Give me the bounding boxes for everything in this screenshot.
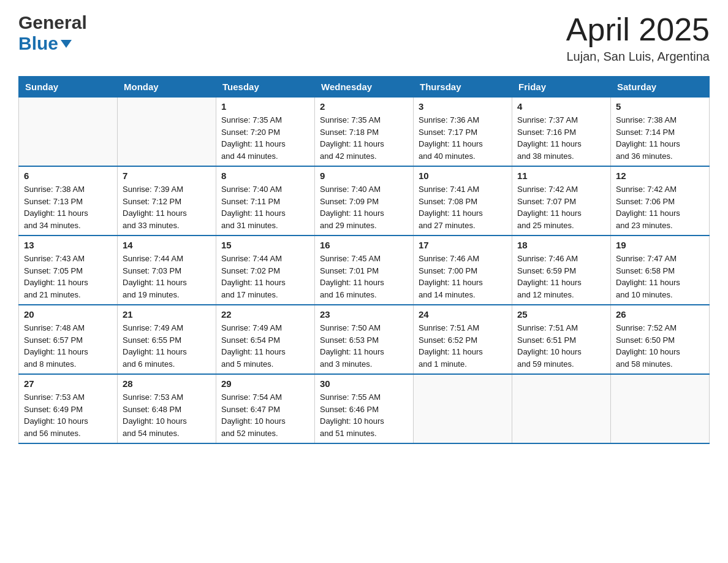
day-number: 10 [419,170,507,181]
calendar-cell [611,374,710,443]
day-info: Sunrise: 7:51 AM Sunset: 6:52 PM Dayligh… [419,322,507,370]
day-info: Sunrise: 7:55 AM Sunset: 6:46 PM Dayligh… [320,391,408,439]
day-number: 18 [517,240,605,250]
calendar-cell: 17Sunrise: 7:46 AM Sunset: 7:00 PM Dayli… [414,236,512,305]
day-number: 4 [517,101,605,112]
day-number: 7 [123,170,211,181]
day-number: 3 [419,101,507,112]
day-info: Sunrise: 7:50 AM Sunset: 6:53 PM Dayligh… [320,322,408,370]
calendar-cell: 14Sunrise: 7:44 AM Sunset: 7:03 PM Dayli… [118,236,216,305]
logo: General Blue [18,12,87,54]
day-info: Sunrise: 7:49 AM Sunset: 6:54 PM Dayligh… [221,322,309,370]
day-info: Sunrise: 7:37 AM Sunset: 7:16 PM Dayligh… [517,114,605,162]
calendar-cell: 28Sunrise: 7:53 AM Sunset: 6:48 PM Dayli… [118,374,216,443]
week-row-4: 20Sunrise: 7:48 AM Sunset: 6:57 PM Dayli… [19,305,710,374]
calendar-cell: 26Sunrise: 7:52 AM Sunset: 6:50 PM Dayli… [611,305,710,374]
calendar-cell: 23Sunrise: 7:50 AM Sunset: 6:53 PM Dayli… [315,305,414,374]
day-info: Sunrise: 7:39 AM Sunset: 7:12 PM Dayligh… [123,183,211,231]
day-number: 8 [221,170,309,181]
day-info: Sunrise: 7:44 AM Sunset: 7:02 PM Dayligh… [221,253,309,301]
calendar-cell: 24Sunrise: 7:51 AM Sunset: 6:52 PM Dayli… [414,305,512,374]
day-number: 30 [320,378,408,389]
day-number: 15 [221,240,309,250]
calendar-cell: 29Sunrise: 7:54 AM Sunset: 6:47 PM Dayli… [216,374,315,443]
calendar-cell: 22Sunrise: 7:49 AM Sunset: 6:54 PM Dayli… [216,305,315,374]
day-number: 22 [221,309,309,320]
day-info: Sunrise: 7:46 AM Sunset: 6:59 PM Dayligh… [517,253,605,301]
logo-general: General [18,12,87,33]
calendar-cell: 8Sunrise: 7:40 AM Sunset: 7:11 PM Daylig… [216,166,315,236]
calendar-cell [118,98,216,167]
weekday-header-sunday: Sunday [19,77,118,98]
calendar-cell: 7Sunrise: 7:39 AM Sunset: 7:12 PM Daylig… [118,166,216,236]
day-number: 9 [320,170,408,181]
calendar-cell: 9Sunrise: 7:40 AM Sunset: 7:09 PM Daylig… [315,166,414,236]
calendar-cell: 21Sunrise: 7:49 AM Sunset: 6:55 PM Dayli… [118,305,216,374]
day-info: Sunrise: 7:48 AM Sunset: 6:57 PM Dayligh… [24,322,112,370]
page-header: General Blue April 2025 Lujan, San Luis,… [18,12,710,64]
day-info: Sunrise: 7:44 AM Sunset: 7:03 PM Dayligh… [123,253,211,301]
calendar-cell: 11Sunrise: 7:42 AM Sunset: 7:07 PM Dayli… [512,166,611,236]
calendar-cell: 30Sunrise: 7:55 AM Sunset: 6:46 PM Dayli… [315,374,414,443]
calendar-cell [414,374,512,443]
calendar-cell: 13Sunrise: 7:43 AM Sunset: 7:05 PM Dayli… [19,236,118,305]
calendar-cell: 18Sunrise: 7:46 AM Sunset: 6:59 PM Dayli… [512,236,611,305]
day-number: 29 [221,378,309,389]
calendar-cell: 12Sunrise: 7:42 AM Sunset: 7:06 PM Dayli… [611,166,710,236]
day-number: 17 [419,240,507,250]
calendar-cell: 2Sunrise: 7:35 AM Sunset: 7:18 PM Daylig… [315,98,414,167]
day-number: 28 [123,378,211,389]
day-info: Sunrise: 7:41 AM Sunset: 7:08 PM Dayligh… [419,183,507,231]
day-info: Sunrise: 7:52 AM Sunset: 6:50 PM Dayligh… [616,322,704,370]
day-number: 1 [221,101,309,112]
day-info: Sunrise: 7:51 AM Sunset: 6:51 PM Dayligh… [517,322,605,370]
weekday-header-monday: Monday [118,77,216,98]
week-row-1: 1Sunrise: 7:35 AM Sunset: 7:20 PM Daylig… [19,98,710,167]
day-info: Sunrise: 7:49 AM Sunset: 6:55 PM Dayligh… [123,322,211,370]
calendar-cell: 25Sunrise: 7:51 AM Sunset: 6:51 PM Dayli… [512,305,611,374]
day-info: Sunrise: 7:42 AM Sunset: 7:07 PM Dayligh… [517,183,605,231]
day-info: Sunrise: 7:46 AM Sunset: 7:00 PM Dayligh… [419,253,507,301]
title-block: April 2025 Lujan, San Luis, Argentina [566,12,710,64]
calendar-cell: 6Sunrise: 7:38 AM Sunset: 7:13 PM Daylig… [19,166,118,236]
day-number: 6 [24,170,112,181]
day-number: 23 [320,309,408,320]
day-info: Sunrise: 7:43 AM Sunset: 7:05 PM Dayligh… [24,253,112,301]
calendar-table: SundayMondayTuesdayWednesdayThursdayFrid… [18,76,710,444]
day-number: 5 [616,101,704,112]
day-number: 16 [320,240,408,250]
location-title: Lujan, San Luis, Argentina [566,50,710,64]
week-row-3: 13Sunrise: 7:43 AM Sunset: 7:05 PM Dayli… [19,236,710,305]
day-info: Sunrise: 7:54 AM Sunset: 6:47 PM Dayligh… [221,391,309,439]
month-title: April 2025 [566,12,710,47]
calendar-cell: 5Sunrise: 7:38 AM Sunset: 7:14 PM Daylig… [611,98,710,167]
calendar-cell: 10Sunrise: 7:41 AM Sunset: 7:08 PM Dayli… [414,166,512,236]
day-info: Sunrise: 7:45 AM Sunset: 7:01 PM Dayligh… [320,253,408,301]
day-info: Sunrise: 7:36 AM Sunset: 7:17 PM Dayligh… [419,114,507,162]
calendar-cell [512,374,611,443]
weekday-header-row: SundayMondayTuesdayWednesdayThursdayFrid… [19,77,710,98]
day-number: 14 [123,240,211,250]
calendar-cell: 16Sunrise: 7:45 AM Sunset: 7:01 PM Dayli… [315,236,414,305]
day-number: 25 [517,309,605,320]
week-row-5: 27Sunrise: 7:53 AM Sunset: 6:49 PM Dayli… [19,374,710,443]
calendar-cell: 1Sunrise: 7:35 AM Sunset: 7:20 PM Daylig… [216,98,315,167]
calendar-cell: 15Sunrise: 7:44 AM Sunset: 7:02 PM Dayli… [216,236,315,305]
week-row-2: 6Sunrise: 7:38 AM Sunset: 7:13 PM Daylig… [19,166,710,236]
day-number: 24 [419,309,507,320]
day-number: 21 [123,309,211,320]
day-number: 11 [517,170,605,181]
day-info: Sunrise: 7:38 AM Sunset: 7:13 PM Dayligh… [24,183,112,231]
calendar-cell: 3Sunrise: 7:36 AM Sunset: 7:17 PM Daylig… [414,98,512,167]
day-info: Sunrise: 7:53 AM Sunset: 6:48 PM Dayligh… [123,391,211,439]
day-number: 20 [24,309,112,320]
day-info: Sunrise: 7:35 AM Sunset: 7:20 PM Dayligh… [221,114,309,162]
day-number: 13 [24,240,112,250]
day-info: Sunrise: 7:47 AM Sunset: 6:58 PM Dayligh… [616,253,704,301]
calendar-cell: 19Sunrise: 7:47 AM Sunset: 6:58 PM Dayli… [611,236,710,305]
day-info: Sunrise: 7:42 AM Sunset: 7:06 PM Dayligh… [616,183,704,231]
day-info: Sunrise: 7:35 AM Sunset: 7:18 PM Dayligh… [320,114,408,162]
logo-blue: Blue [18,33,87,54]
day-info: Sunrise: 7:53 AM Sunset: 6:49 PM Dayligh… [24,391,112,439]
day-info: Sunrise: 7:38 AM Sunset: 7:14 PM Dayligh… [616,114,704,162]
